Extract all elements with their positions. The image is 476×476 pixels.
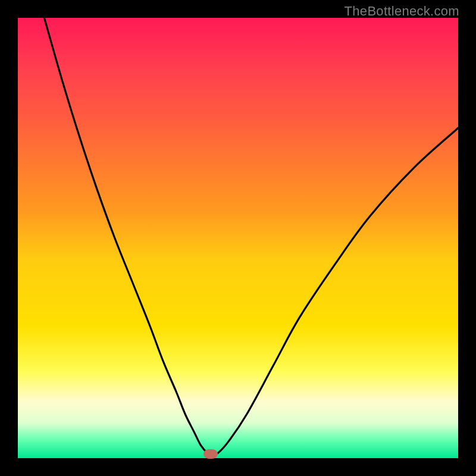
minimum-marker <box>203 449 218 459</box>
plot-area <box>18 18 458 458</box>
curve-svg <box>18 18 458 458</box>
watermark-text: TheBottleneck.com <box>345 4 459 19</box>
bottleneck-curve <box>44 18 458 456</box>
chart-container: TheBottleneck.com <box>0 0 476 476</box>
